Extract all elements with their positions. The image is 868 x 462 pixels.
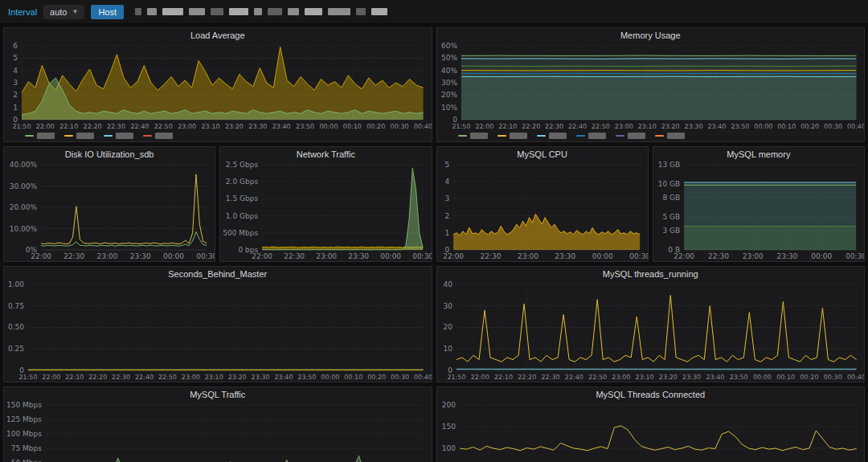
svg-text:22:10: 22:10	[59, 123, 78, 130]
panel-title[interactable]: Disk IO Utilization_sdb	[4, 147, 215, 160]
svg-text:60%: 60%	[440, 42, 457, 50]
svg-text:2: 2	[444, 212, 449, 220]
legend-item[interactable]	[616, 133, 645, 139]
threads-running-chart[interactable]: 01020304021:5022:0022:1022:2022:3022:402…	[437, 280, 865, 382]
svg-text:00:20: 00:20	[800, 123, 819, 130]
svg-text:22:00: 22:00	[674, 252, 694, 260]
mysql-traffic-chart[interactable]: 50 Mbps75 Mbps100 Mbps125 Mbps150 Mbps	[4, 400, 432, 462]
panel-title[interactable]: Network Traffic	[220, 147, 431, 160]
panel-title[interactable]: Seconds_Behind_Master	[4, 267, 432, 280]
panel-title[interactable]: MySQL CPU	[437, 147, 648, 160]
blurred-host-tag[interactable]	[328, 8, 350, 15]
svg-text:4: 4	[444, 178, 449, 186]
interval-select[interactable]: auto ▼	[43, 5, 84, 19]
svg-text:00:10: 00:10	[777, 123, 796, 130]
legend-label-blurred	[667, 133, 685, 139]
panel-title[interactable]: MySQL memory	[653, 147, 864, 160]
seconds-behind-master-chart[interactable]: 00.250.500.751.0021:5022:0022:1022:2022:…	[4, 280, 432, 382]
mysql-memory-chart[interactable]: 0 B3 GB5 GB8 GB10 GB13 GB22:0022:3023:00…	[653, 160, 864, 261]
svg-text:00:10: 00:10	[776, 374, 795, 381]
svg-text:00:20: 00:20	[367, 374, 386, 381]
blurred-host-tag[interactable]	[288, 8, 299, 15]
blurred-host-tag[interactable]	[147, 8, 157, 15]
svg-text:00:00: 00:00	[811, 252, 832, 260]
panel-threads-running: MySQL threads_running 01020304021:5022:0…	[436, 266, 866, 382]
svg-text:20.00%: 20.00%	[10, 203, 38, 211]
legend-item[interactable]	[64, 133, 94, 139]
svg-text:00:00: 00:00	[321, 374, 339, 381]
host-filter-values-blurred[interactable]	[135, 8, 387, 15]
legend-item[interactable]	[576, 133, 606, 139]
blurred-host-tag[interactable]	[356, 8, 366, 15]
blurred-host-tag[interactable]	[268, 8, 282, 15]
panel-network-traffic: Network Traffic 0 bps500 Mbps1.0 Gbps1.5…	[219, 146, 432, 262]
chart-area: 00.250.500.751.0021:5022:0022:1022:2022:…	[4, 280, 432, 382]
memory-usage-chart[interactable]: 010%20%30%40%50%60%21:5022:0022:1022:202…	[437, 41, 865, 131]
svg-text:23:30: 23:30	[684, 123, 702, 130]
svg-text:150: 150	[441, 423, 455, 431]
legend-series-marker	[655, 135, 664, 137]
panel-threads-connected: MySQL Threads Connected 100150200	[436, 386, 866, 462]
svg-text:5 GB: 5 GB	[662, 213, 680, 221]
legend-item[interactable]	[104, 133, 133, 139]
legend-series-marker	[25, 135, 34, 137]
svg-text:00:00: 00:00	[163, 252, 184, 260]
legend-item[interactable]	[537, 133, 567, 139]
svg-text:22:30: 22:30	[112, 374, 130, 381]
svg-text:3 GB: 3 GB	[662, 227, 680, 235]
mysql-cpu-chart[interactable]: 01234522:0022:3023:0023:3000:0000:30	[437, 160, 648, 261]
blurred-host-tag[interactable]	[371, 8, 387, 15]
panel-title[interactable]: MySQL threads_running	[437, 267, 865, 280]
svg-text:00:10: 00:10	[343, 123, 362, 130]
blurred-host-tag[interactable]	[229, 8, 248, 15]
svg-text:00:40: 00:40	[414, 374, 431, 381]
legend-series-marker	[616, 135, 624, 137]
svg-text:00:20: 00:20	[366, 123, 385, 130]
blurred-host-tag[interactable]	[189, 8, 205, 15]
panel-title[interactable]: Memory Usage	[437, 28, 865, 41]
legend-item[interactable]	[143, 133, 173, 139]
svg-text:23:40: 23:40	[707, 123, 726, 130]
blurred-host-tag[interactable]	[254, 8, 262, 15]
svg-text:0.50: 0.50	[8, 324, 24, 332]
svg-text:10.00%: 10.00%	[10, 225, 38, 233]
chart-area: 01020304021:5022:0022:1022:2022:3022:402…	[437, 280, 865, 382]
panel-mysql-cpu: MySQL CPU 01234522:0022:3023:0023:3000:0…	[436, 146, 649, 262]
legend-item[interactable]	[25, 133, 55, 139]
svg-text:00:30: 00:30	[629, 252, 648, 260]
svg-text:23:20: 23:20	[658, 374, 677, 381]
svg-text:1: 1	[13, 104, 18, 112]
svg-text:21:50: 21:50	[452, 123, 470, 130]
panel-memory-usage: Memory Usage 010%20%30%40%50%60%21:5022:…	[436, 27, 866, 142]
svg-text:00:10: 00:10	[344, 374, 362, 381]
svg-text:3: 3	[13, 79, 18, 87]
svg-text:23:50: 23:50	[729, 374, 747, 381]
panel-title[interactable]: MySQL Traffic	[4, 387, 432, 400]
blurred-host-tag[interactable]	[305, 8, 322, 15]
chart-area: 0%10.00%20.00%30.00%40.00%22:0022:3023:0…	[4, 160, 215, 261]
legend-item[interactable]	[458, 133, 488, 139]
blurred-host-tag[interactable]	[135, 8, 141, 15]
svg-text:22:40: 22:40	[564, 374, 583, 381]
svg-text:23:30: 23:30	[348, 252, 369, 260]
blurred-host-tag[interactable]	[162, 8, 183, 15]
svg-text:22:00: 22:00	[470, 374, 489, 381]
svg-text:20: 20	[443, 324, 452, 332]
load-average-chart[interactable]: 012345621:5022:0022:1022:2022:3022:4022:…	[4, 41, 432, 131]
threads-connected-chart[interactable]: 100150200	[437, 400, 865, 462]
svg-text:22:00: 22:00	[475, 123, 493, 130]
panel-title[interactable]: MySQL Threads Connected	[437, 387, 865, 400]
svg-text:100 Mbps: 100 Mbps	[6, 430, 42, 438]
legend-item[interactable]	[497, 133, 527, 139]
svg-text:22:40: 22:40	[135, 374, 154, 381]
panel-title[interactable]: Load Average	[4, 28, 432, 41]
blurred-host-tag[interactable]	[211, 8, 223, 15]
legend-item[interactable]	[655, 133, 685, 139]
svg-text:00:30: 00:30	[391, 374, 409, 381]
disk-io-chart[interactable]: 0%10.00%20.00%30.00%40.00%22:0022:3023:0…	[4, 160, 215, 261]
svg-text:23:00: 23:00	[182, 374, 200, 381]
svg-text:1.5 Gbps: 1.5 Gbps	[226, 194, 259, 202]
panel-load-average: Load Average 012345621:5022:0022:1022:20…	[3, 27, 432, 142]
host-filter-button[interactable]: Host	[91, 5, 124, 19]
network-traffic-chart[interactable]: 0 bps500 Mbps1.0 Gbps1.5 Gbps2.0 Gbps2.5…	[220, 160, 431, 261]
